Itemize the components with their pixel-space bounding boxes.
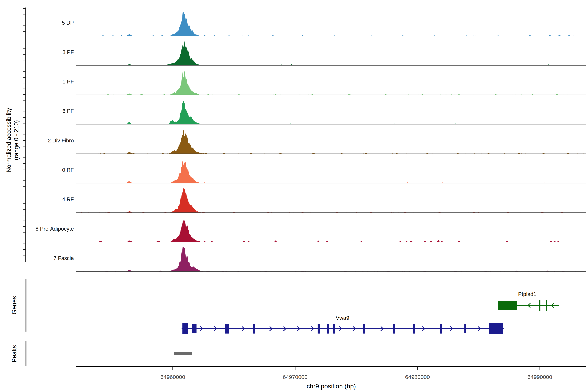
gene-label-vwa9: Vwa9 (336, 315, 349, 321)
x-tick-label-64990000: 64990000 (528, 374, 552, 380)
track-label-7fascia: 7 Fascia (54, 255, 74, 261)
coverage-track-6-pf (76, 101, 586, 124)
coverage-track-8-pre-adipocyte (76, 220, 586, 242)
track-label-2divfibro: 2 Div Fibro (48, 138, 74, 144)
gene-exon-vwa9 (253, 324, 255, 334)
gene-exon-vwa9 (440, 324, 442, 334)
coverage-track-4-rf (76, 188, 586, 213)
gene-exon-ptplad1 (498, 301, 516, 310)
gene-exon-vwa9 (225, 324, 229, 334)
track-label-8preadipocyte: 8 Pre-Adipocyte (36, 226, 74, 232)
peaks-section-label: Peaks (11, 345, 18, 362)
gene-exon-vwa9 (333, 324, 335, 334)
gene-exon-vwa9 (464, 324, 466, 333)
coverage-track-1-pf (76, 71, 586, 95)
y-axis-label-line2: (range 0 - 210) (13, 120, 20, 160)
track-label-0rf: 0 RF (62, 167, 74, 173)
gene-exon-vwa9 (393, 324, 395, 334)
coverage-track-2-div-fibro (76, 130, 586, 154)
gene-exon-vwa9 (192, 324, 196, 333)
x-axis-label: chr9 position (bp) (306, 383, 356, 390)
called-peak-bar (174, 352, 192, 355)
x-tick-label-64980000: 64980000 (405, 374, 430, 380)
track-label-3pf: 3 PF (62, 49, 74, 55)
y-axis-label-line1: Normalized accessibility (6, 108, 12, 172)
genome-browser-plot: Normalized accessibility (range 0 - 210)… (0, 0, 588, 392)
x-tick-label-64970000: 64970000 (283, 374, 308, 380)
gene-exon-vwa9 (327, 324, 329, 334)
coverage-track-7-fascia (76, 247, 586, 272)
genes-section-label: Genes (11, 296, 18, 314)
gene-exon-ptplad1 (539, 300, 540, 311)
track-label-4rf: 4 RF (62, 196, 74, 202)
track-label-5dp: 5 DP (62, 20, 74, 26)
coverage-track-3-pf (76, 40, 586, 65)
gene-exon-vwa9 (182, 324, 188, 334)
track-label-6pf: 6 PF (62, 108, 74, 114)
track-label-1pf: 1 PF (62, 78, 74, 84)
coverage-track-5-dp (76, 12, 586, 36)
gene-exon-vwa9 (489, 323, 503, 334)
coverage-figure: Normalized accessibility (range 0 - 210)… (0, 0, 588, 392)
x-tick-label-64960000: 64960000 (160, 374, 185, 380)
gene-exon-ptplad1 (546, 300, 547, 311)
gene-exon-vwa9 (413, 324, 415, 334)
coverage-track-0-rf (76, 158, 586, 183)
gene-label-ptplad1: Ptplad1 (518, 291, 536, 297)
gene-exon-vwa9 (363, 324, 365, 334)
gene-exon-vwa9 (318, 324, 320, 334)
